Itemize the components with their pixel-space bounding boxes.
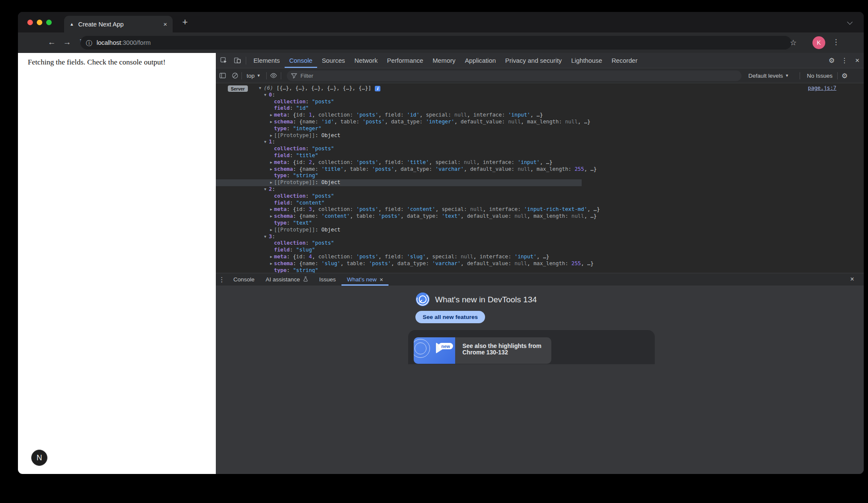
- preview-key: data_type:: [391, 119, 426, 125]
- property-key: collection: [274, 99, 306, 105]
- new-tab-button[interactable]: +: [179, 17, 191, 28]
- text-token: ,: [378, 159, 385, 165]
- see-all-features-button[interactable]: See all new features: [415, 311, 485, 323]
- highlight-thumbnail: new: [414, 337, 455, 364]
- expand-toggle-icon[interactable]: ▶: [270, 159, 274, 166]
- source-location-link[interactable]: page.js:7: [808, 85, 836, 92]
- live-expression-eye-icon[interactable]: [270, 68, 277, 83]
- drawer-tab-issues[interactable]: Issues: [314, 273, 341, 286]
- expand-toggle-icon[interactable]: ▶: [270, 227, 274, 234]
- preview-value: 'posts': [378, 213, 400, 219]
- expand-toggle-icon[interactable]: ▶: [270, 179, 274, 186]
- expand-toggle-icon[interactable]: ▼: [264, 186, 269, 193]
- expand-toggle-icon[interactable]: ▶: [270, 213, 274, 220]
- devtools-more-icon[interactable]: ⋮: [838, 56, 851, 64]
- drawer-tab-close-icon[interactable]: ×: [380, 276, 383, 283]
- tab-sources[interactable]: Sources: [317, 53, 350, 68]
- issues-counter[interactable]: No Issues: [807, 68, 833, 83]
- tab-console[interactable]: Console: [285, 53, 317, 68]
- property-key: schema: [274, 166, 293, 172]
- browser-menu-icon[interactable]: ⋮: [831, 38, 841, 47]
- bookmark-star-icon[interactable]: ☆: [790, 38, 797, 47]
- entry-schema-row: ▶schema: {name: 'slug', table: 'posts', …: [216, 260, 864, 267]
- drawer-close-icon[interactable]: ×: [847, 275, 857, 283]
- window-minimize-button[interactable]: [37, 20, 42, 25]
- tab-performance[interactable]: Performance: [383, 53, 428, 68]
- text-token: …}: [543, 254, 549, 260]
- console-settings-icon[interactable]: ⚙: [842, 68, 847, 83]
- text-token: ,: [587, 206, 594, 212]
- drawer-tab-what-s-new[interactable]: What's new×: [341, 273, 389, 286]
- prototype-key: [[Prototype]]: [274, 132, 315, 138]
- log-levels-selector[interactable]: Default levels ▼: [748, 68, 789, 83]
- expand-toggle-icon[interactable]: ▶: [270, 260, 274, 267]
- expand-toggle-icon[interactable]: ▶: [270, 119, 274, 126]
- info-icon[interactable]: i: [375, 86, 380, 91]
- site-info-icon[interactable]: ⓘ: [86, 40, 92, 46]
- text-token: ,: [340, 260, 347, 266]
- expand-toggle-icon[interactable]: ▶: [270, 112, 274, 119]
- preview-key: name:: [303, 119, 321, 125]
- property-value: "content": [296, 200, 325, 206]
- property-value: "posts": [312, 99, 334, 105]
- text-token: :: [293, 213, 299, 219]
- text-token: ,: [581, 260, 587, 266]
- browser-tab[interactable]: ▲ Create Next App ×: [64, 16, 173, 32]
- expand-toggle-icon[interactable]: ▼: [264, 234, 269, 240]
- preview-value: 'input': [515, 254, 537, 260]
- filter-input[interactable]: [300, 73, 685, 79]
- device-toolbar-icon[interactable]: [231, 55, 243, 66]
- profile-avatar[interactable]: K: [812, 36, 825, 49]
- tab-close-icon[interactable]: ×: [163, 20, 167, 28]
- prototype-value: Object: [321, 179, 340, 185]
- nextjs-dev-indicator[interactable]: N: [31, 450, 47, 466]
- url-path: :3000/form: [121, 39, 150, 46]
- entry-field-row: field: "title": [216, 152, 864, 159]
- property-key: collection: [274, 146, 306, 152]
- console-sidebar-icon[interactable]: [219, 68, 226, 83]
- drawer-more-tabs-icon[interactable]: ⋮: [216, 276, 228, 284]
- preview-key: id:: [296, 112, 309, 118]
- window-zoom-button[interactable]: [46, 20, 52, 25]
- tab-search-chevron-icon[interactable]: [847, 19, 853, 25]
- text-token: ,: [344, 166, 350, 172]
- expand-toggle-icon[interactable]: ▼: [264, 92, 269, 99]
- back-button[interactable]: ←: [46, 38, 57, 47]
- drawer-tab-console[interactable]: Console: [228, 273, 260, 286]
- devtools-close-icon[interactable]: ×: [851, 56, 864, 65]
- expand-toggle-icon[interactable]: ▼: [259, 85, 264, 92]
- text-token: {: [293, 159, 296, 165]
- tab-recorder[interactable]: Recorder: [607, 53, 642, 68]
- tab-application[interactable]: Application: [460, 53, 500, 68]
- highlight-item[interactable]: new See also the highlights from Chrome …: [414, 337, 551, 364]
- address-bar[interactable]: ⓘ localhost:3000/form: [80, 36, 791, 50]
- entry-schema-row: ▶schema: {name: 'content', table: 'posts…: [216, 213, 864, 220]
- preview-key: interface:: [474, 112, 508, 118]
- preview-value: null: [464, 159, 477, 165]
- expand-toggle-icon[interactable]: ▶: [270, 132, 274, 139]
- preview-value: null: [571, 213, 584, 219]
- preview-value: 'text': [441, 213, 460, 219]
- inspect-element-icon[interactable]: [218, 55, 230, 66]
- log-entry-index: ▼2:: [216, 186, 864, 193]
- tab-memory[interactable]: Memory: [428, 53, 460, 68]
- expand-toggle-icon[interactable]: ▶: [270, 254, 274, 260]
- window-close-button[interactable]: [27, 20, 33, 25]
- text-token: ,: [378, 254, 385, 260]
- tab-elements[interactable]: Elements: [249, 53, 285, 68]
- context-selector[interactable]: top ▼: [247, 68, 261, 83]
- preview-key: table:: [341, 119, 363, 125]
- clear-console-icon[interactable]: [232, 68, 238, 83]
- property-value: "title": [296, 152, 318, 158]
- drawer-tab-ai-assistance[interactable]: AI assistance: [260, 273, 314, 286]
- expand-toggle-icon[interactable]: ▼: [264, 139, 269, 146]
- text-token: :: [287, 159, 293, 165]
- tab-network[interactable]: Network: [350, 53, 382, 68]
- tab-lighthouse[interactable]: Lighthouse: [567, 53, 607, 68]
- expand-toggle-icon[interactable]: ▶: [270, 166, 274, 173]
- devtools-settings-icon[interactable]: ⚙: [825, 56, 838, 64]
- tab-privacy-and-security[interactable]: Privacy and security: [500, 53, 566, 68]
- console-filter[interactable]: [287, 70, 741, 81]
- expand-toggle-icon[interactable]: ▶: [270, 206, 274, 213]
- forward-button[interactable]: →: [62, 38, 73, 47]
